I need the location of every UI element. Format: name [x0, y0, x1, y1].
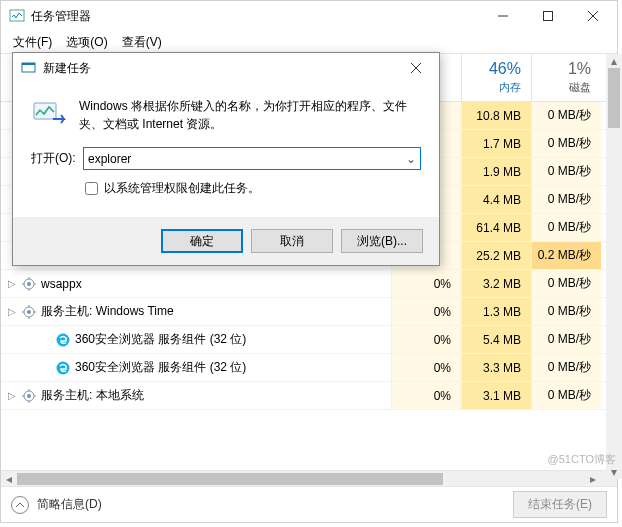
close-button[interactable] [570, 2, 615, 30]
minimize-button[interactable] [480, 2, 525, 30]
run-icon [31, 97, 67, 129]
disk-cell: 0 MB/秒 [531, 354, 601, 381]
cpu-cell: 0% [391, 298, 461, 325]
disk-cell: 0 MB/秒 [531, 298, 601, 325]
cpu-cell: 0% [391, 326, 461, 353]
watermark: @51CTO博客 [548, 452, 616, 467]
footer: 简略信息(D) 结束任务(E) [1, 486, 617, 522]
dialog-titlebar: 新建任务 [13, 53, 439, 83]
memory-cell: 61.4 MB [461, 214, 531, 241]
dialog-buttons: 确定 取消 浏览(B)... [13, 217, 439, 265]
svg-point-17 [57, 333, 70, 346]
svg-point-18 [57, 361, 70, 374]
process-icon [21, 388, 37, 404]
window-title: 任务管理器 [31, 8, 480, 25]
disk-cell: 0 MB/秒 [531, 130, 601, 157]
h-scroll-thumb[interactable] [17, 473, 443, 485]
svg-rect-2 [543, 12, 552, 21]
open-input[interactable] [83, 147, 421, 170]
table-row[interactable]: ▷wsappx0%3.2 MB0 MB/秒 [1, 270, 617, 298]
disk-cell: 0 MB/秒 [531, 270, 601, 297]
disk-cell: 0 MB/秒 [531, 382, 601, 409]
memory-cell: 1.7 MB [461, 130, 531, 157]
chevron-right-icon[interactable]: ▷ [7, 390, 17, 401]
disk-cell: 0 MB/秒 [531, 214, 601, 241]
menu-options[interactable]: 选项(O) [60, 32, 113, 53]
process-name: 360安全浏览器 服务组件 (32 位) [75, 331, 246, 348]
cpu-cell: 0% [391, 382, 461, 409]
process-name: wsappx [41, 277, 82, 291]
process-icon [21, 304, 37, 320]
table-row[interactable]: 360安全浏览器 服务组件 (32 位)0%5.4 MB0 MB/秒 [1, 326, 617, 354]
memory-cell: 1.9 MB [461, 158, 531, 185]
disk-cell: 0 MB/秒 [531, 326, 601, 353]
process-icon [21, 276, 37, 292]
disk-cell: 0 MB/秒 [531, 102, 601, 129]
process-icon [55, 360, 71, 376]
vertical-scrollbar[interactable]: ▴ ▾ [606, 54, 622, 479]
svg-point-20 [27, 394, 31, 398]
app-icon [9, 8, 25, 24]
chevron-down-icon[interactable]: ⌄ [403, 149, 419, 168]
dialog-body: Windows 将根据你所键入的名称，为你打开相应的程序、文件夹、文档或 Int… [13, 83, 439, 217]
cpu-cell: 0% [391, 354, 461, 381]
disk-cell: 0 MB/秒 [531, 186, 601, 213]
process-name: 360安全浏览器 服务组件 (32 位) [75, 359, 246, 376]
memory-cell: 3.1 MB [461, 382, 531, 409]
dialog-title: 新建任务 [43, 60, 399, 77]
dialog-message: Windows 将根据你所键入的名称，为你打开相应的程序、文件夹、文档或 Int… [79, 97, 421, 133]
header-memory[interactable]: 46% 内存 [461, 54, 531, 101]
admin-checkbox[interactable] [85, 182, 98, 195]
titlebar: 任务管理器 [1, 1, 617, 31]
chevron-right-icon[interactable]: ▷ [7, 306, 17, 317]
memory-cell: 1.3 MB [461, 298, 531, 325]
svg-point-12 [27, 310, 31, 314]
scroll-right-icon[interactable]: ▸ [585, 472, 601, 486]
table-row[interactable]: ▷服务主机: Windows Time0%1.3 MB0 MB/秒 [1, 298, 617, 326]
table-row[interactable]: 360安全浏览器 服务组件 (32 位)0%3.3 MB0 MB/秒 [1, 354, 617, 382]
memory-cell: 4.4 MB [461, 186, 531, 213]
svg-rect-26 [22, 63, 35, 65]
chevron-right-icon[interactable]: ▷ [7, 278, 17, 289]
memory-cell: 3.2 MB [461, 270, 531, 297]
memory-cell: 3.3 MB [461, 354, 531, 381]
table-row[interactable]: ▷服务主机: 本地系统0%3.1 MB0 MB/秒 [1, 382, 617, 410]
cancel-button[interactable]: 取消 [251, 229, 333, 253]
brief-info-label[interactable]: 简略信息(D) [37, 496, 505, 513]
dialog-icon [21, 60, 37, 76]
open-combobox[interactable]: ⌄ [83, 147, 421, 170]
cpu-cell: 0% [391, 270, 461, 297]
scroll-up-icon[interactable]: ▴ [606, 54, 622, 68]
dialog-close-button[interactable] [399, 56, 433, 80]
disk-cell: 0.2 MB/秒 [531, 242, 601, 269]
menubar: 文件(F) 选项(O) 查看(V) [1, 31, 617, 53]
admin-checkbox-label: 以系统管理权限创建此任务。 [104, 180, 260, 197]
disk-cell: 0 MB/秒 [531, 158, 601, 185]
process-icon [55, 332, 71, 348]
expand-up-icon[interactable] [11, 496, 29, 514]
ok-button[interactable]: 确定 [161, 229, 243, 253]
memory-cell: 10.8 MB [461, 102, 531, 129]
v-scroll-thumb[interactable] [608, 68, 620, 128]
svg-point-6 [27, 282, 31, 286]
horizontal-scrollbar[interactable]: ◂ ▸ [1, 470, 617, 486]
scroll-down-icon[interactable]: ▾ [606, 465, 622, 479]
process-name: 服务主机: 本地系统 [41, 387, 144, 404]
menu-view[interactable]: 查看(V) [116, 32, 168, 53]
memory-cell: 25.2 MB [461, 242, 531, 269]
browse-button[interactable]: 浏览(B)... [341, 229, 423, 253]
end-task-button[interactable]: 结束任务(E) [513, 491, 607, 518]
memory-cell: 5.4 MB [461, 326, 531, 353]
header-disk[interactable]: 1% 磁盘 [531, 54, 601, 101]
process-name: 服务主机: Windows Time [41, 303, 174, 320]
menu-file[interactable]: 文件(F) [7, 32, 58, 53]
maximize-button[interactable] [525, 2, 570, 30]
scroll-left-icon[interactable]: ◂ [1, 472, 17, 486]
new-task-dialog: 新建任务 Windows 将根据你所键入的名称，为你打开相应的程序、文件夹、文档… [12, 52, 440, 266]
open-label: 打开(O): [31, 150, 77, 167]
